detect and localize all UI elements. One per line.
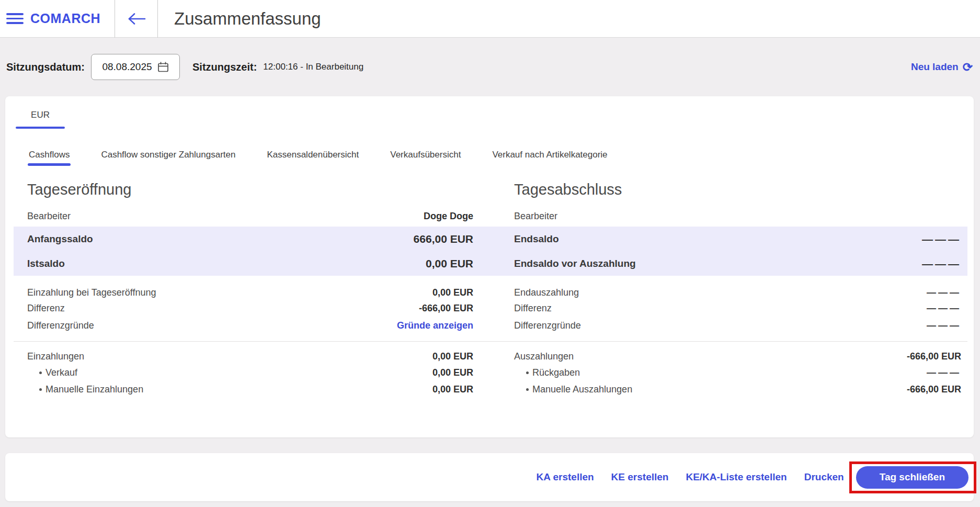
- row-label: Differenzgründe: [514, 320, 581, 331]
- header-divider: [157, 0, 158, 38]
- summary-card: EUR Cashflows Cashflow sonstiger Zahlung…: [5, 96, 974, 437]
- table-row: Bearbeiter Doge Doge Bearbeiter: [14, 206, 967, 227]
- row-value: ———: [927, 287, 961, 298]
- row-label: Differenzgründe: [27, 320, 94, 331]
- row-label: Anfangssaldo: [27, 233, 93, 245]
- subtab-cashflow-sonstiger-zahlungsarten[interactable]: Cashflow sonstiger Zahlungsarten: [85, 150, 251, 166]
- subtab-verkauf-nach-artikelkategorie[interactable]: Verkauf nach Artikelkategorie: [476, 150, 623, 166]
- row-label: Manuelle Einzahlungen: [45, 384, 143, 395]
- section-divider: [14, 341, 967, 342]
- create-ke-ka-list-link[interactable]: KE/KA-Liste erstellen: [686, 471, 787, 483]
- annotation-box: Tag schließen: [849, 461, 976, 493]
- row-value: ———: [922, 257, 961, 270]
- row-value: -666,00 EUR: [419, 303, 473, 314]
- calendar-icon: [157, 61, 169, 73]
- reload-label: Neu laden: [911, 61, 959, 73]
- close-day-button[interactable]: Tag schließen: [856, 466, 968, 489]
- row-label: Endsaldo vor Auszahlung: [514, 258, 636, 269]
- table-row: Differenz -666,00 EUR Differenz ———: [14, 300, 967, 316]
- print-link[interactable]: Drucken: [804, 471, 844, 483]
- back-button[interactable]: [115, 12, 157, 26]
- bullet-icon: [39, 388, 42, 391]
- session-time-label: Sitzungszeit:: [192, 61, 257, 73]
- session-time-value: 12:00:16 - In Bearbeitung: [263, 62, 363, 72]
- row-label: Bearbeiter: [514, 211, 557, 222]
- table-row: Istsaldo 0,00 EUR Endsaldo vor Auszahlun…: [14, 251, 967, 276]
- session-row: Sitzungsdatum: 08.08.2025 Sitzungszeit: …: [0, 38, 980, 96]
- row-value: ———: [927, 303, 961, 314]
- row-label: Bearbeiter: [27, 211, 71, 222]
- active-subtab-underline: [28, 163, 71, 166]
- row-label: Istsaldo: [27, 258, 65, 269]
- table-row: Einzahlung bei Tageseröffnung 0,00 EUR E…: [14, 285, 967, 300]
- hamburger-icon: [6, 18, 24, 20]
- reload-link[interactable]: Neu laden ⟳: [911, 61, 973, 73]
- row-label: Endauszahlung: [514, 287, 579, 298]
- page-title: Zusammenfassung: [174, 9, 321, 29]
- row-value: ———: [922, 233, 961, 245]
- highlighted-rows: Anfangssaldo 666,00 EUR Endsaldo ——— Ist…: [14, 227, 967, 276]
- subtab-bar: Cashflows Cashflow sonstiger Zahlungsart…: [5, 150, 974, 166]
- row-label: Rückgaben: [532, 367, 580, 378]
- row-label: Endsaldo: [514, 233, 559, 245]
- subtab-cashflows[interactable]: Cashflows: [13, 150, 85, 166]
- currency-tabs: EUR: [5, 96, 974, 129]
- row-value: ———: [927, 320, 961, 331]
- row-value: -666,00 EUR: [907, 351, 961, 362]
- row-label: Differenz: [27, 303, 65, 314]
- menu-button[interactable]: [6, 10, 24, 27]
- create-ke-link[interactable]: KE erstellen: [611, 471, 669, 483]
- row-value: 0,00 EUR: [432, 351, 473, 362]
- arrow-left-icon: [127, 12, 146, 26]
- hamburger-icon: [6, 13, 24, 15]
- row-label: Einzahlungen: [27, 351, 84, 362]
- row-value: 0,00 EUR: [426, 257, 473, 270]
- row-label: Verkauf: [45, 367, 77, 378]
- subtab-kassensaldenuebersicht[interactable]: Kassensaldenübersicht: [251, 150, 374, 166]
- active-tab-underline: [16, 127, 65, 129]
- table-row: Differenzgründe Gründe anzeigen Differen…: [14, 316, 967, 335]
- row-value: ———: [927, 367, 961, 378]
- row-label: Differenz: [514, 303, 552, 314]
- row-value: 0,00 EUR: [432, 384, 473, 395]
- bullet-icon: [526, 371, 529, 374]
- show-reasons-link[interactable]: Gründe anzeigen: [397, 320, 473, 331]
- session-date-input[interactable]: 08.08.2025: [91, 54, 180, 80]
- reload-icon: ⟳: [963, 61, 973, 73]
- row-value: Doge Doge: [424, 211, 473, 222]
- table-row: Anfangssaldo 666,00 EUR Endsaldo ———: [14, 227, 967, 251]
- create-ka-link[interactable]: KA erstellen: [536, 471, 594, 483]
- subtab-verkaufsuebersicht[interactable]: Verkaufsübersicht: [374, 150, 476, 166]
- row-value: 0,00 EUR: [432, 287, 473, 298]
- table-row: Einzahlungen 0,00 EUR Auszahlungen -666,…: [14, 348, 967, 364]
- table-row: Verkauf 0,00 EUR Rückgaben ———: [14, 364, 967, 381]
- row-value: 666,00 EUR: [414, 233, 473, 245]
- session-date-label: Sitzungsdatum:: [6, 61, 85, 73]
- table-row: Manuelle Einzahlungen 0,00 EUR Manuelle …: [14, 381, 967, 398]
- row-label: Einzahlung bei Tageseröffnung: [27, 287, 156, 298]
- bullet-icon: [526, 388, 529, 391]
- comarch-logo: COMARCH: [30, 11, 100, 26]
- row-value: 0,00 EUR: [432, 367, 473, 378]
- app-header: COMARCH Zusammenfassung: [0, 0, 980, 38]
- bullet-icon: [39, 371, 42, 374]
- opening-section-title: Tageseröffnung: [14, 181, 491, 198]
- session-date-value: 08.08.2025: [102, 61, 152, 73]
- closing-section-title: Tagesabschluss: [491, 181, 967, 198]
- action-bar: KA erstellen KE erstellen KE/KA-Liste er…: [5, 453, 974, 501]
- summary-table: Bearbeiter Doge Doge Bearbeiter Anfangss…: [14, 206, 967, 398]
- hamburger-icon: [6, 22, 24, 24]
- tab-eur[interactable]: EUR: [16, 110, 65, 129]
- row-label: Manuelle Auszahlungen: [532, 384, 632, 395]
- row-label: Auszahlungen: [514, 351, 574, 362]
- row-value: -666,00 EUR: [907, 384, 961, 395]
